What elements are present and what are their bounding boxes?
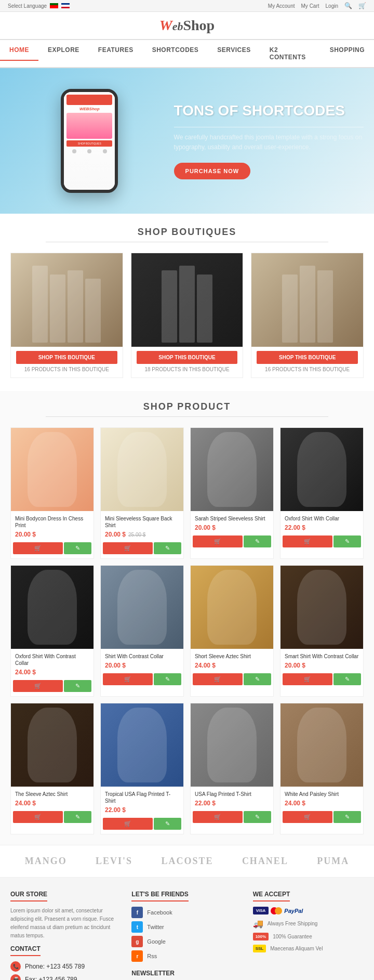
hero-purchase-button[interactable]: PURCHASE NOW (174, 163, 251, 179)
google-label[interactable]: Google (147, 938, 165, 945)
account-links: My Account My Cart Login 🔍 🛒 (268, 2, 366, 9)
product-actions-2: 🛒 ✎ (191, 535, 273, 552)
add-to-cart-button-8[interactable]: 🛒 (13, 811, 63, 823)
phone-hero-image (66, 113, 112, 139)
product-price-1: 20.00 $25.00 $ (105, 531, 179, 538)
nav-item-home[interactable]: HOME (0, 40, 38, 67)
quick-view-button-6[interactable]: ✎ (244, 673, 271, 685)
product-card-11: White And Paisley Shirt 24.00 $ 🛒 ✎ (280, 703, 364, 834)
flag-en[interactable] (61, 3, 70, 8)
facebook-label[interactable]: Facebook (147, 909, 172, 916)
add-to-cart-button-6[interactable]: 🛒 (193, 673, 243, 685)
product-image-2 (191, 428, 273, 511)
twitter-icon[interactable]: t (131, 921, 143, 933)
quick-view-button-11[interactable]: ✎ (333, 811, 361, 823)
boutique-shop-button-1[interactable]: SHOP THIS BOUTIQUE (16, 351, 117, 364)
old-price-1: 25.00 $ (128, 532, 145, 538)
boutiques-section: SHOP BOUTIQUES SHOP THIS BOUTIQUE 16 PRO… (0, 214, 374, 391)
brand-mango[interactable]: MANGO (25, 856, 67, 867)
add-to-cart-button-5[interactable]: 🛒 (103, 673, 153, 685)
phone-icon: 📞 (10, 961, 21, 972)
nav-item-services[interactable]: SERVICES (208, 40, 260, 67)
product-info-6: Short Sleeve Aztec Shirt 24.00 $ (191, 649, 273, 673)
payment-row-guarantee: 100% 100% Guarantee (253, 933, 364, 940)
nav-link-shortcodes[interactable]: SHORTCODES (143, 40, 208, 60)
nav-item-shortcodes[interactable]: SHORTCODES (143, 40, 208, 67)
quick-view-button-3[interactable]: ✎ (333, 535, 361, 547)
add-to-cart-button-7[interactable]: 🛒 (283, 673, 332, 685)
product-info-10: USA Flag Printed T-Shirt 22.00 $ (191, 787, 273, 811)
ssl-badge: SSL (253, 945, 266, 952)
nav-item-explore[interactable]: EXPLORE (38, 40, 89, 67)
brand-puma[interactable]: PUMA (317, 856, 349, 867)
boutiques-divider (46, 242, 328, 242)
phone-shop-button[interactable]: SHOP BOUTIQUES (66, 140, 112, 147)
cart-icon[interactable]: 🛒 (358, 2, 366, 9)
quick-view-button-4[interactable]: ✎ (64, 680, 91, 692)
add-to-cart-button-0[interactable]: 🛒 (13, 542, 63, 554)
add-to-cart-button-2[interactable]: 🛒 (193, 535, 243, 547)
nav-item-features[interactable]: FEATURES (89, 40, 143, 67)
brand-lacoste[interactable]: LACOSTE (161, 856, 213, 867)
product-info-2: Sarah Striped Sleeveless Shirt 20.00 $ (191, 511, 273, 535)
product-actions-10: 🛒 ✎ (191, 811, 273, 827)
nav-link-home[interactable]: HOME (0, 40, 38, 61)
quick-view-button-8[interactable]: ✎ (64, 811, 91, 823)
quick-view-button-5[interactable]: ✎ (154, 673, 181, 685)
product-price-3: 22.00 $ (285, 524, 359, 531)
brand-chanel[interactable]: CHANEL (242, 856, 288, 867)
product-image-5 (101, 566, 183, 649)
product-image-10 (191, 703, 273, 787)
add-to-cart-button-1[interactable]: 🛒 (103, 542, 153, 554)
twitter-label[interactable]: Twitter (147, 924, 164, 930)
my-cart-link[interactable]: My Cart (301, 3, 319, 9)
social-rss: r Rss (131, 950, 242, 962)
quick-view-button-2[interactable]: ✎ (244, 535, 271, 547)
language-selector[interactable]: Select Language (8, 3, 70, 9)
login-link[interactable]: Login (326, 3, 338, 9)
nav-link-k2-contents[interactable]: K2 CONTENTS (260, 40, 320, 67)
nav-link-features[interactable]: FEATURES (89, 40, 143, 60)
nav-link-explore[interactable]: EXPLORE (38, 40, 89, 60)
facebook-icon[interactable]: f (131, 907, 143, 918)
product-image-6 (191, 566, 273, 649)
nav-item-shopping[interactable]: SHOPPING (320, 40, 374, 67)
product-image-3 (280, 428, 363, 511)
rss-label[interactable]: Rss (147, 953, 157, 959)
add-to-cart-button-9[interactable]: 🛒 (103, 818, 153, 830)
google-icon[interactable]: g (131, 936, 143, 947)
product-info-5: Shirt With Contrast Collar 20.00 $ (101, 649, 183, 673)
my-account-link[interactable]: My Account (268, 3, 295, 9)
footer-social-col: LET'S BE FRIENDS f Facebook t Twitter g … (131, 891, 242, 980)
quick-view-button-9[interactable]: ✎ (154, 818, 181, 830)
product-name-1: Mini Sleeveless Square Back Shirt (105, 515, 179, 529)
add-to-cart-button-4[interactable]: 🛒 (13, 680, 63, 692)
quick-view-button-0[interactable]: ✎ (64, 542, 91, 554)
phone-header-bar (66, 95, 112, 105)
add-to-cart-button-11[interactable]: 🛒 (283, 811, 332, 823)
nav-link-shopping[interactable]: SHOPPING (320, 40, 374, 60)
nav-link-services[interactable]: SERVICES (208, 40, 260, 60)
nav-item-k2-contents[interactable]: K2 CONTENTS (260, 40, 320, 67)
search-icon[interactable]: 🔍 (344, 2, 352, 9)
add-to-cart-button-10[interactable]: 🛒 (193, 811, 243, 823)
products-section: SHOP PRODUCT Mini Bodycon Dress In Chess… (0, 391, 374, 845)
rss-icon[interactable]: r (131, 950, 143, 962)
quick-view-button-10[interactable]: ✎ (244, 811, 271, 823)
product-image-0 (11, 428, 94, 511)
boutique-shop-button-2[interactable]: SHOP THIS BOUTIQUE (137, 351, 238, 364)
quick-view-button-1[interactable]: ✎ (154, 542, 181, 554)
flag-pt[interactable] (50, 3, 58, 8)
product-card-6: Short Sleeve Aztec Shirt 24.00 $ 🛒 ✎ (190, 565, 274, 697)
boutique-shop-button-3[interactable]: SHOP THIS BOUTIQUE (257, 351, 358, 364)
brand-levis[interactable]: LEVI'S (96, 856, 132, 867)
logo[interactable]: WebShop (5, 17, 369, 34)
product-info-8: The Sleeve Aztec Shirt 24.00 $ (11, 787, 94, 811)
boutique-figures-1 (28, 253, 105, 347)
boutique-count-1: 16 PRODUCTS IN THIS BOUTIQUE (11, 367, 123, 377)
product-image-11 (280, 703, 363, 787)
add-to-cart-button-3[interactable]: 🛒 (283, 535, 332, 547)
product-price-8: 24.00 $ (15, 800, 89, 807)
paypal-text: PayPal (284, 908, 303, 914)
quick-view-button-7[interactable]: ✎ (333, 673, 361, 685)
